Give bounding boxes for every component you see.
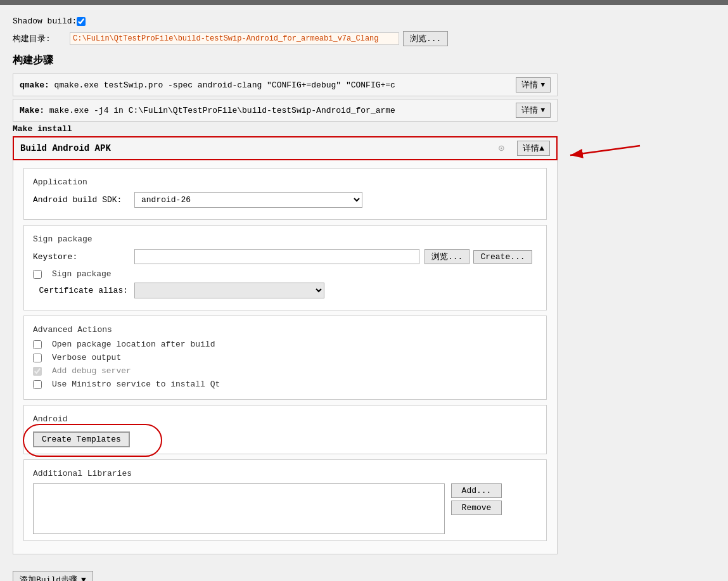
add-build-step-arrow: ▼	[81, 575, 86, 582]
make-step: Make: make.exe -j4 in C:\FuLin\QtTestPro…	[13, 99, 558, 122]
additional-libraries-textarea[interactable]	[33, 483, 445, 534]
open-package-checkbox[interactable]	[33, 340, 42, 349]
red-arrow-annotation	[564, 136, 646, 170]
make-install-row: Make install	[13, 124, 558, 134]
open-package-checkbox-row: Open package location after build	[33, 340, 537, 349]
shadow-build-checkbox[interactable]	[77, 17, 86, 26]
top-bar	[0, 0, 728, 5]
add-build-step-row: 添加Build步骤 ▼	[13, 563, 558, 581]
build-dir-row: 构建目录: 浏览...	[13, 31, 558, 46]
remove-library-button[interactable]: Remove	[451, 501, 502, 515]
make-step-text: Make: make.exe -j4 in C:\FuLin\QtTestPro…	[20, 106, 516, 115]
certificate-alias-select[interactable]	[134, 283, 324, 298]
ministro-checkbox[interactable]	[33, 380, 42, 389]
build-android-apk-row: Build Android APK ⊙ 详情 ▲	[13, 136, 558, 160]
add-debug-server-checkbox-row: Add debug server	[33, 366, 537, 376]
add-debug-server-checkbox[interactable]	[33, 367, 42, 376]
expanded-panel: Application Android build SDK: android-2…	[13, 160, 558, 554]
make-detail-arrow: ▼	[540, 106, 545, 114]
keystore-create-button[interactable]: Create...	[473, 250, 532, 264]
qmake-detail-arrow: ▼	[540, 81, 545, 89]
build-android-detail-button[interactable]: 详情 ▲	[517, 141, 550, 156]
create-templates-button[interactable]: Create Templates	[33, 431, 130, 447]
add-build-step-button[interactable]: 添加Build步骤 ▼	[13, 571, 93, 581]
build-android-detail-arrow: ▲	[539, 144, 544, 153]
verbose-output-checkbox-row: Verbose output	[33, 353, 537, 362]
keystore-input[interactable]	[134, 249, 419, 264]
make-detail-button[interactable]: 详情 ▼	[516, 103, 551, 118]
qmake-detail-button[interactable]: 详情 ▼	[516, 77, 551, 93]
build-dir-input[interactable]	[70, 32, 399, 45]
build-android-apk-container: Build Android APK ⊙ 详情 ▲	[13, 136, 558, 160]
build-dir-browse-button[interactable]: 浏览...	[403, 31, 448, 46]
additional-lib-row: Add... Remove	[33, 483, 537, 534]
red-arrow-svg	[564, 136, 646, 168]
certificate-alias-row: Certificate alias:	[33, 283, 537, 298]
shadow-build-row: Shadow build:	[13, 16, 558, 26]
ministro-checkbox-row: Use Ministro service to install Qt	[33, 380, 537, 389]
sign-package-checkbox[interactable]	[33, 270, 42, 279]
advanced-actions-section: Advanced Actions Open package location a…	[23, 316, 547, 400]
android-sdk-select[interactable]: android-26 android-27 android-28	[134, 192, 362, 208]
shadow-build-label: Shadow build:	[13, 16, 77, 26]
additional-libraries-section: Additional Libraries Add... Remove	[23, 459, 547, 541]
application-section: Application Android build SDK: android-2…	[23, 168, 547, 220]
keystore-row: Keystore: 浏览... Create...	[33, 249, 537, 264]
create-templates-highlight: Create Templates	[33, 429, 130, 447]
android-sdk-row: Android build SDK: android-26 android-27…	[33, 192, 537, 208]
android-section: Android Create Templates	[23, 405, 547, 454]
build-steps-title: 构建步骤	[13, 54, 558, 67]
check-circle-icon: ⊙	[499, 142, 505, 155]
add-library-button[interactable]: Add...	[451, 483, 502, 498]
qmake-step-text: qmake: qmake.exe testSwip.pro -spec andr…	[20, 80, 516, 90]
qmake-step: qmake: qmake.exe testSwip.pro -spec andr…	[13, 73, 558, 96]
verbose-output-checkbox[interactable]	[33, 354, 42, 362]
library-buttons: Add... Remove	[451, 483, 502, 515]
svg-line-1	[570, 146, 640, 155]
keystore-browse-button[interactable]: 浏览...	[425, 249, 469, 264]
sign-package-checkbox-row: Sign package	[33, 269, 537, 279]
sign-package-section: Sign package Keystore: 浏览... Create... S…	[23, 225, 547, 310]
build-dir-label: 构建目录:	[13, 33, 70, 44]
